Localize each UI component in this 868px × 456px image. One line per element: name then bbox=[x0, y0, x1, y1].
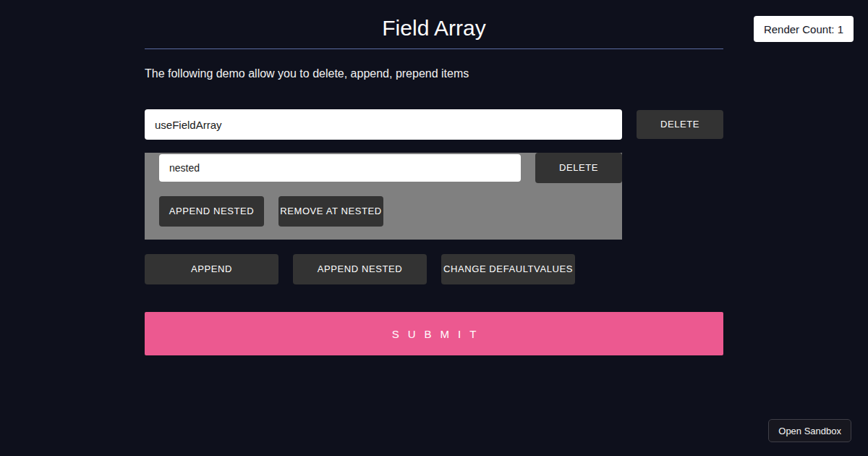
append-button[interactable]: APPEND bbox=[145, 254, 278, 284]
main-actions-row: APPEND APPEND NESTED CHANGE DEFAULTVALUE… bbox=[145, 254, 723, 284]
field-array-row: DELETE bbox=[145, 109, 723, 140]
append-nested-inner-button[interactable]: APPEND NESTED bbox=[159, 196, 264, 227]
nested-field-input[interactable] bbox=[159, 154, 521, 182]
nested-field-row: DELETE bbox=[145, 153, 622, 183]
open-sandbox-button[interactable]: Open Sandbox bbox=[768, 419, 851, 442]
submit-button[interactable]: SUBMIT bbox=[145, 312, 723, 355]
page-title: Field Array bbox=[145, 16, 723, 41]
main-content: Field Array The following demo allow you… bbox=[145, 16, 723, 355]
render-count-badge: Render Count: 1 bbox=[754, 16, 854, 42]
page-subtitle: The following demo allow you to delete, … bbox=[145, 67, 723, 80]
render-count-label: Render Count: 1 bbox=[764, 23, 843, 35]
delete-field-button[interactable]: DELETE bbox=[637, 110, 723, 139]
title-divider bbox=[145, 48, 723, 49]
change-defaultvalues-button[interactable]: CHANGE DEFAULTVALUES bbox=[441, 254, 575, 284]
nested-actions-row: APPEND NESTED REMOVE AT NESTED bbox=[159, 196, 622, 227]
delete-nested-field-button[interactable]: DELETE bbox=[535, 153, 622, 183]
field-array-input[interactable] bbox=[145, 109, 622, 140]
nested-field-panel: DELETE APPEND NESTED REMOVE AT NESTED bbox=[145, 153, 622, 240]
append-nested-button[interactable]: APPEND NESTED bbox=[293, 254, 427, 284]
remove-at-nested-button[interactable]: REMOVE AT NESTED bbox=[278, 196, 383, 227]
